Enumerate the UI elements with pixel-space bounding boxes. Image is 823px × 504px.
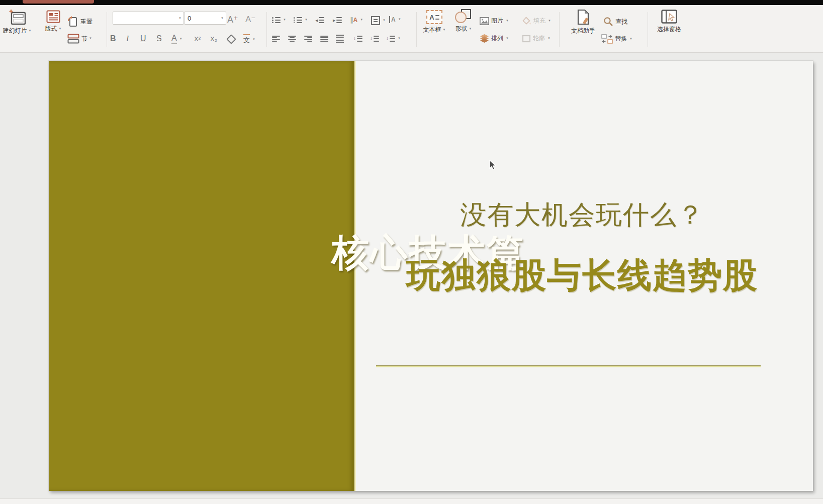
group-separator: [559, 12, 560, 47]
align-text-icon: [371, 16, 380, 25]
strikethrough-button[interactable]: S: [156, 34, 162, 43]
slide[interactable]: 核心技术篇 没有大机会玩什么？ 玩独狼股与长线趋势股: [49, 61, 813, 491]
fill-icon: [522, 17, 531, 25]
replace-button[interactable]: 替换: [601, 34, 632, 44]
align-left-button[interactable]: [272, 36, 280, 42]
phonetic-guide-icon: 文: [243, 34, 250, 45]
grow-font-icon: A⁺: [227, 14, 238, 25]
decrease-indent-button[interactable]: ◀: [315, 17, 324, 23]
group-separator: [266, 12, 267, 47]
shapes-button[interactable]: 形状: [451, 9, 476, 33]
document-assistant-icon: [576, 9, 590, 25]
selection-pane-label: 选择窗格: [657, 25, 681, 34]
bold-button[interactable]: B: [110, 34, 116, 43]
fill-label: 填充: [533, 17, 545, 25]
subscript-button[interactable]: X₂: [210, 35, 217, 43]
find-icon: [603, 17, 613, 27]
document-assistant-button[interactable]: 文档助手: [564, 9, 602, 35]
justify-button[interactable]: [320, 36, 328, 42]
grow-font-button[interactable]: A⁺: [227, 14, 238, 25]
distribute-button[interactable]: [336, 35, 344, 43]
superscript-icon: X²: [194, 35, 201, 43]
section-icon: [67, 34, 79, 44]
font-color-button[interactable]: A: [171, 34, 182, 44]
increase-indent-button[interactable]: ▶: [333, 17, 342, 23]
italic-button[interactable]: I: [126, 34, 129, 43]
arrange-button[interactable]: 排列: [480, 34, 509, 43]
font-size-combo[interactable]: 0: [184, 12, 226, 25]
selection-pane-icon: [661, 10, 677, 24]
vertical-text-button[interactable]: A: [389, 16, 401, 23]
superscript-button[interactable]: X²: [194, 35, 201, 43]
font-color-icon: A: [171, 34, 177, 44]
reset-label: 重置: [80, 18, 93, 26]
increase-indent-icon: ▶: [333, 17, 342, 23]
font-name-combo[interactable]: [113, 12, 184, 25]
line-spacing-button[interactable]: ↕: [386, 36, 401, 42]
bullet-list-button[interactable]: [272, 17, 286, 23]
mouse-cursor-icon: [489, 160, 497, 171]
align-text-button[interactable]: [371, 16, 386, 25]
replace-label: 替换: [615, 35, 627, 43]
layout-label: 版式: [45, 25, 62, 33]
bold-icon: B: [110, 34, 116, 43]
picture-icon: [480, 17, 489, 25]
align-right-button[interactable]: [304, 36, 312, 42]
group-separator: [107, 12, 107, 47]
outline-label: 轮廓: [533, 34, 545, 43]
arrange-label: 排列: [491, 34, 503, 43]
active-tab-accent: [23, 0, 94, 4]
text-direction-icon: ∥ A: [350, 16, 357, 24]
picture-button[interactable]: 图片: [480, 17, 509, 25]
bullet-list-icon: [272, 17, 281, 23]
numbered-list-button[interactable]: [294, 17, 308, 23]
picture-label: 图片: [491, 17, 503, 25]
selection-pane-button[interactable]: 选择窗格: [652, 10, 687, 34]
slide-canvas-area: 核心技术篇 没有大机会玩什么？ 玩独狼股与长线趋势股: [0, 53, 823, 499]
reset-button[interactable]: 重置: [67, 16, 93, 27]
slide-right-subtitle[interactable]: 没有大机会玩什么？: [356, 197, 808, 233]
justify-icon: [320, 36, 328, 42]
find-button[interactable]: 查找: [603, 17, 627, 27]
textbox-button[interactable]: A 文本框: [421, 10, 447, 34]
shapes-label: 形状: [455, 25, 472, 33]
phonetic-guide-button[interactable]: 文: [243, 34, 255, 45]
paragraph-spacing-increase-button[interactable]: ↕: [353, 36, 362, 42]
shrink-font-icon: A⁻: [245, 14, 255, 25]
textbox-label: 文本框: [423, 26, 446, 34]
italic-icon: I: [126, 34, 129, 43]
align-center-icon: [288, 36, 296, 42]
font-size-value: 0: [188, 15, 191, 22]
new-slide-icon: [8, 9, 26, 25]
group-separator: [648, 12, 648, 47]
textbox-icon: A: [426, 10, 442, 24]
align-left-icon: [272, 36, 280, 42]
layout-button[interactable]: 版式: [40, 10, 66, 33]
paragraph-spacing-decrease-button[interactable]: ↕: [370, 36, 379, 42]
text-direction-button[interactable]: ∥ A: [350, 16, 363, 24]
ribbon-toolbar: 建幻灯片 版式 重置 节 0 A⁺ A⁻ B I U S: [0, 5, 823, 53]
strikethrough-icon: S: [156, 34, 162, 43]
window-top-strip: [0, 0, 823, 5]
replace-icon: [601, 34, 613, 44]
fill-button: 填充: [522, 17, 551, 25]
new-slide-label: 建幻灯片: [3, 27, 32, 35]
section-label: 节: [81, 35, 92, 43]
align-center-button[interactable]: [288, 36, 296, 42]
slide-right-title[interactable]: 玩独狼股与长线趋势股: [356, 253, 808, 298]
new-slide-button[interactable]: 建幻灯片: [0, 9, 38, 35]
shrink-font-button[interactable]: A⁻: [245, 14, 255, 25]
decrease-indent-icon: ◀: [315, 17, 324, 23]
clear-format-icon: [226, 34, 236, 44]
layout-icon: [46, 10, 60, 23]
clear-format-button[interactable]: [226, 36, 236, 43]
underline-button[interactable]: U: [140, 34, 146, 43]
numbered-list-icon: [294, 17, 302, 23]
section-button[interactable]: 节: [67, 34, 92, 44]
status-bar: [0, 498, 823, 504]
shapes-icon: [455, 9, 472, 23]
arrange-icon: [480, 34, 489, 43]
outline-icon: [522, 35, 531, 43]
slide-divider-line[interactable]: [376, 365, 761, 367]
paragraph-spacing-decrease-icon: ↕: [370, 36, 379, 42]
